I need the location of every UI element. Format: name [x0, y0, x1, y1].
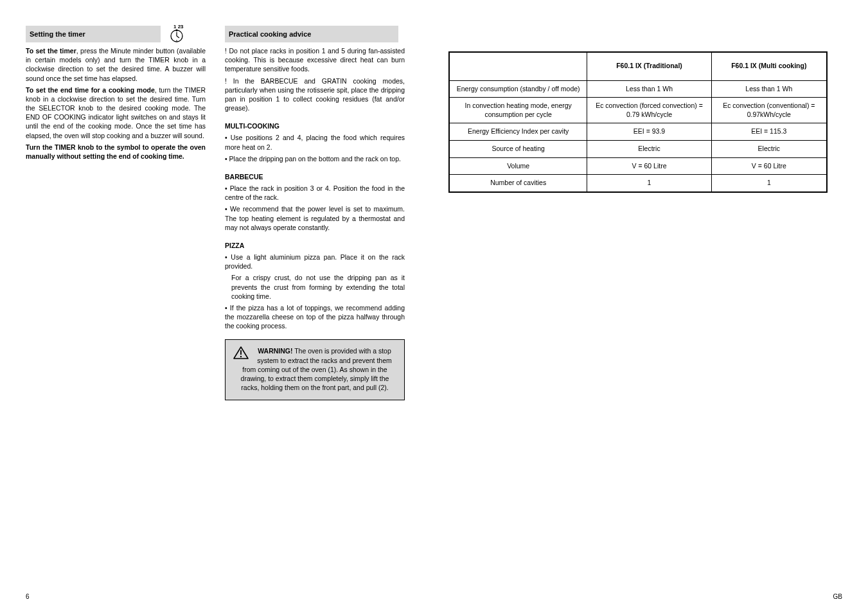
sub-multi-cooking: MULTI-COOKING [225, 121, 405, 130]
sub-pizza: PIZZA [225, 241, 405, 250]
bullet-6: For a crispy crust, do not use the dripp… [225, 273, 405, 301]
bullet-4: • We recommend that the power level is s… [225, 204, 405, 232]
cell: V = 60 Litre [587, 157, 711, 175]
cell: Volume [449, 157, 587, 175]
cell: Number of cavities [449, 175, 587, 192]
cell: Energy consumption (standby / off mode) [449, 80, 587, 98]
column-2: Practical cooking advice ! Do not place … [225, 26, 405, 400]
cell: In convection heating mode, energy consu… [449, 98, 587, 123]
table-row: Source of heating Electric Electric [449, 141, 827, 158]
advice-p2: ! In the BARBECUE and GRATIN cooking mod… [225, 76, 405, 113]
svg-point-5 [176, 40, 177, 41]
warning-lead: WARNING! [258, 347, 292, 355]
cell: Electric [711, 141, 827, 158]
energy-table: F60.1 IX (Traditional) F60.1 IX (Multi c… [448, 51, 828, 193]
table-row: Energy Efficiency Index per cavity EEI =… [449, 123, 827, 141]
table-row: Number of cavities 1 1 [449, 175, 827, 192]
cell: Ec convection (forced convection) = 0.79… [587, 98, 711, 123]
cell: EEI = 115.3 [711, 123, 827, 141]
table-row: In convection heating mode, energy consu… [449, 98, 827, 123]
bullet-7: • If the pizza has a lot of toppings, we… [225, 303, 405, 331]
heading-practical-advice: Practical cooking advice [225, 26, 398, 42]
timer-paragraph-2: To set the end time for a cooking mode, … [26, 85, 206, 140]
bold-set-timer: To set the timer [26, 47, 76, 55]
heading-text: Setting the timer [30, 30, 85, 38]
cell: Less than 1 Wh [587, 80, 711, 98]
svg-point-8 [240, 356, 242, 357]
column-1: Setting the timer 1 23 To set the timer,… [26, 26, 206, 163]
bullet-3: • Place the rack in position 3 or 4. Pos… [225, 184, 405, 202]
bullet-1: • Use positions 2 and 4, placing the foo… [225, 133, 405, 151]
warning-triangle-icon [233, 346, 249, 362]
cell: Ec convection (conventional) = 0.97kWh/c… [711, 98, 827, 123]
cell: V = 60 Litre [711, 157, 827, 175]
cell: Energy Efficiency Index per cavity [449, 123, 587, 141]
cell: Less than 1 Wh [711, 80, 827, 98]
lang-code: GB [833, 593, 842, 600]
svg-text:1 23: 1 23 [173, 24, 184, 30]
timer-note: Turn the TIMER knob to the symbol to ope… [26, 143, 206, 161]
bullet-2: • Place the dripping pan on the bottom a… [225, 154, 405, 163]
th-trad: F60.1 IX (Traditional) [587, 52, 711, 80]
th-blank [449, 52, 587, 80]
column-3: F60.1 IX (Traditional) F60.1 IX (Multi c… [448, 51, 828, 193]
sub-barbecue: BARBECUE [225, 172, 405, 181]
cell: Source of heating [449, 141, 587, 158]
cell: EEI = 93.9 [587, 123, 711, 141]
table-row: Energy consumption (standby / off mode) … [449, 80, 827, 98]
svg-point-2 [175, 30, 177, 31]
page-footer: 6 GB [0, 593, 868, 600]
warning-content: WARNING! The oven is provided with a sto… [233, 346, 396, 392]
bold-set-end: To set the end time for a cooking mode [26, 86, 155, 94]
cell: 1 [711, 175, 827, 192]
svg-line-4 [177, 36, 179, 38]
page-number: 6 [26, 593, 30, 600]
bullet-5: • Use a light aluminium pizza pan. Place… [225, 253, 405, 271]
cell: Electric [587, 141, 711, 158]
timer-paragraph-1: To set the timer, press the Minute minde… [26, 46, 206, 83]
heading-setting-timer: Setting the timer 1 23 [26, 26, 161, 42]
warning-box: WARNING! The oven is provided with a sto… [225, 339, 405, 400]
advice-p1: ! Do not place racks in position 1 and 5… [225, 46, 405, 74]
timer-text-2: , turn the TIMER knob in a clockwise dir… [26, 86, 206, 139]
th-multi: F60.1 IX (Multi cooking) [711, 52, 827, 80]
heading-text-2: Practical cooking advice [229, 30, 311, 38]
cell: 1 [587, 175, 711, 192]
clock-icon: 1 23 [166, 23, 188, 45]
table-row: Volume V = 60 Litre V = 60 Litre [449, 157, 827, 175]
